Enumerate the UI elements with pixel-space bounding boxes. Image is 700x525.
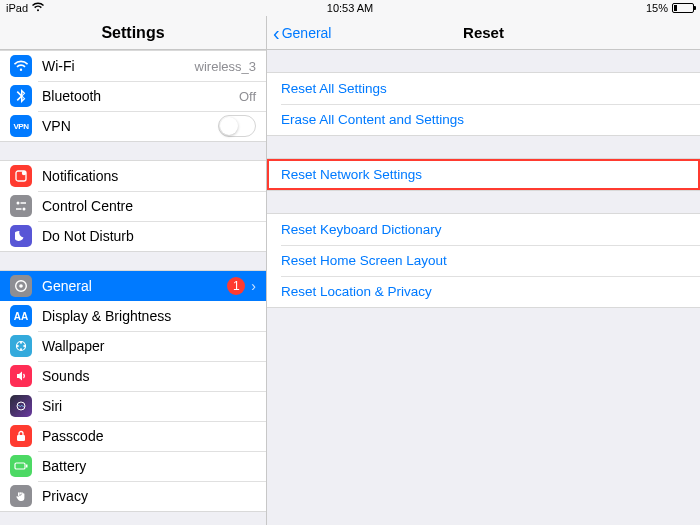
label: Do Not Disturb: [42, 228, 256, 244]
svg-rect-16: [26, 465, 28, 468]
svg-point-10: [23, 345, 25, 347]
label: Notifications: [42, 168, 256, 184]
back-label: General: [282, 25, 332, 41]
battery-icon: [672, 3, 694, 13]
label: General: [42, 278, 227, 294]
label: Siri: [42, 398, 256, 414]
reset-location-privacy[interactable]: Reset Location & Privacy: [267, 276, 700, 307]
label: Bluetooth: [42, 88, 239, 104]
svg-point-4: [23, 208, 26, 211]
notifications-icon: [10, 165, 32, 187]
detail-pane: ‹ General Reset Reset All Settings Erase…: [267, 16, 700, 525]
svg-point-9: [20, 342, 22, 344]
sidebar-item-general[interactable]: General 1 ›: [0, 271, 266, 301]
detail-value: wireless_3: [195, 59, 256, 74]
sidebar-item-passcode[interactable]: Passcode: [0, 421, 266, 451]
chevron-right-icon: ›: [251, 278, 256, 294]
label: Display & Brightness: [42, 308, 256, 324]
display-icon: AA: [10, 305, 32, 327]
label: Sounds: [42, 368, 256, 384]
sidebar-item-wifi[interactable]: Wi-Fi wireless_3: [0, 51, 266, 81]
svg-point-7: [19, 284, 23, 288]
reset-keyboard-dictionary[interactable]: Reset Keyboard Dictionary: [267, 214, 700, 245]
svg-point-1: [22, 171, 26, 175]
hand-icon: [10, 485, 32, 507]
siri-icon: [10, 395, 32, 417]
status-bar: iPad 10:53 AM 15%: [0, 0, 700, 16]
svg-point-12: [17, 345, 19, 347]
status-time: 10:53 AM: [327, 2, 373, 14]
sidebar-item-wallpaper[interactable]: Wallpaper: [0, 331, 266, 361]
settings-sidebar: Settings Wi-Fi wireless_3 Bluetooth Off: [0, 16, 267, 525]
sidebar-item-control-centre[interactable]: Control Centre: [0, 191, 266, 221]
battery-percent: 15%: [646, 2, 668, 14]
label: Battery: [42, 458, 256, 474]
sidebar-item-display[interactable]: AA Display & Brightness: [0, 301, 266, 331]
reset-home-screen[interactable]: Reset Home Screen Layout: [267, 245, 700, 276]
battery-icon: [10, 455, 32, 477]
wallpaper-icon: [10, 335, 32, 357]
sidebar-item-siri[interactable]: Siri: [0, 391, 266, 421]
bluetooth-icon: [10, 85, 32, 107]
device-label: iPad: [6, 2, 28, 14]
sidebar-item-notifications[interactable]: Notifications: [0, 161, 266, 191]
wifi-icon: [10, 55, 32, 77]
label: Control Centre: [42, 198, 256, 214]
sidebar-item-sounds[interactable]: Sounds: [0, 361, 266, 391]
svg-point-11: [20, 348, 22, 350]
svg-rect-15: [15, 463, 25, 469]
svg-point-2: [17, 202, 20, 205]
sounds-icon: [10, 365, 32, 387]
lock-icon: [10, 425, 32, 447]
sidebar-item-vpn[interactable]: VPN VPN: [0, 111, 266, 141]
page-title: Reset: [463, 24, 504, 41]
label: Privacy: [42, 488, 256, 504]
back-button[interactable]: ‹ General: [267, 23, 331, 43]
label: Passcode: [42, 428, 256, 444]
wifi-icon: [32, 2, 44, 14]
sidebar-item-bluetooth[interactable]: Bluetooth Off: [0, 81, 266, 111]
label: Wi-Fi: [42, 58, 195, 74]
reset-all-settings[interactable]: Reset All Settings: [267, 73, 700, 104]
detail-header: ‹ General Reset: [267, 16, 700, 50]
vpn-icon: VPN: [10, 115, 32, 137]
label: VPN: [42, 118, 218, 134]
chevron-left-icon: ‹: [273, 23, 280, 43]
badge: 1: [227, 277, 245, 295]
reset-network-settings[interactable]: Reset Network Settings: [267, 159, 700, 190]
sidebar-item-battery[interactable]: Battery: [0, 451, 266, 481]
vpn-toggle[interactable]: [218, 115, 256, 137]
label: Wallpaper: [42, 338, 256, 354]
svg-rect-14: [17, 435, 25, 441]
sidebar-title: Settings: [0, 16, 266, 50]
erase-all-content[interactable]: Erase All Content and Settings: [267, 104, 700, 135]
sidebar-item-dnd[interactable]: Do Not Disturb: [0, 221, 266, 251]
moon-icon: [10, 225, 32, 247]
sidebar-item-privacy[interactable]: Privacy: [0, 481, 266, 511]
gear-icon: [10, 275, 32, 297]
control-centre-icon: [10, 195, 32, 217]
detail-value: Off: [239, 89, 256, 104]
